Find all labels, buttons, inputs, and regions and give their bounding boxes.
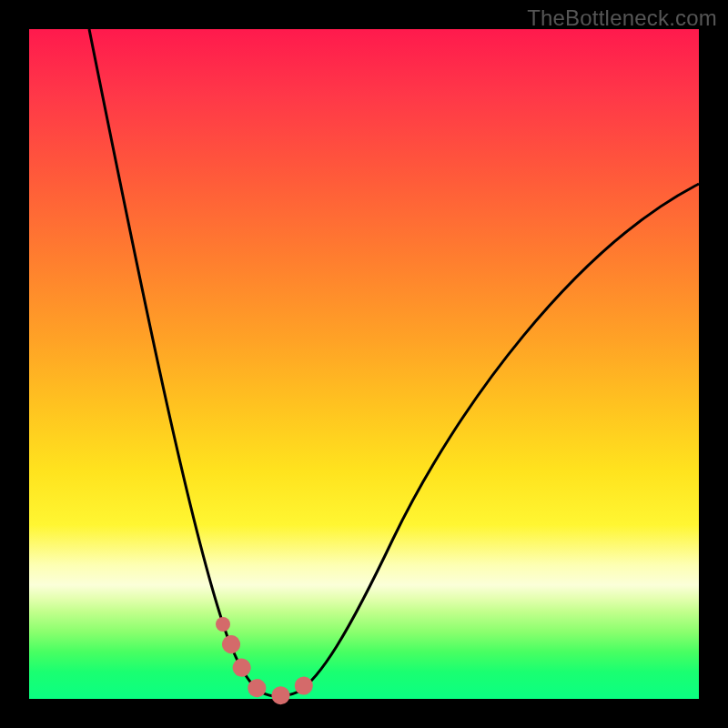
watermark-text: TheBottleneck.com: [527, 5, 717, 31]
curve-layer: [29, 29, 699, 699]
main-curve: [89, 29, 699, 696]
plot-area: [29, 29, 699, 699]
highlight-segment: [231, 644, 315, 695]
highlight-dot: [216, 617, 230, 632]
chart-frame: TheBottleneck.com: [0, 0, 728, 728]
